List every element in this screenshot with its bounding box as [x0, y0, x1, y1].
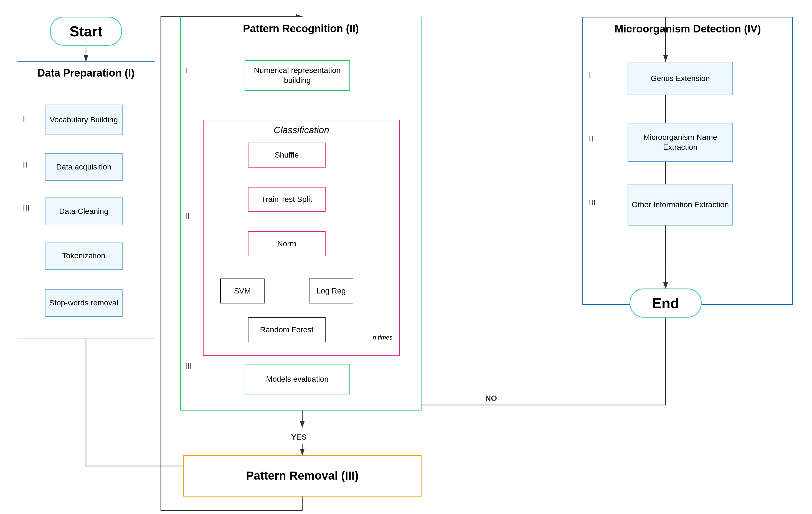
shuffle-box: Shuffle	[248, 143, 326, 168]
svm-box: SVM	[220, 279, 265, 304]
section2-step-I: I	[185, 66, 187, 75]
section4-step-I: I	[589, 70, 591, 80]
numerical-box: Numerical representation building	[244, 60, 350, 91]
data-acq-box: Data acquisition	[45, 153, 123, 181]
other-info-label: Other Information Extraction	[632, 200, 729, 210]
data-clean-label: Data Cleaning	[59, 206, 108, 217]
log-reg-label: Log Reg	[316, 286, 346, 296]
section1-title: Data Preparation (I)	[17, 67, 155, 79]
section2-step-III: III	[185, 361, 192, 371]
random-forest-label: Random Forest	[260, 325, 314, 335]
section1-step-I: I	[23, 114, 25, 124]
shuffle-label: Shuffle	[275, 150, 299, 160]
section2-step-II: II	[185, 211, 190, 221]
genus-label: Genus Extension	[650, 74, 710, 84]
section1-container: Data Preparation (I) I Vocabulary Buildi…	[17, 61, 155, 338]
section2-container: Pattern Recognition (II) I Numerical rep…	[180, 17, 422, 410]
train-test-label: Train Test Split	[261, 195, 312, 204]
svg-text:YES: YES	[291, 433, 307, 441]
classification-title: Classification	[204, 124, 399, 135]
data-clean-box: Data Cleaning	[45, 198, 123, 225]
micro-name-label: Microorganism Name Extraction	[628, 132, 732, 152]
section4-step-II: II	[589, 134, 593, 143]
diagram: YES NO Start Data Preparation (I) I Voca…	[0, 0, 812, 514]
other-info-box: Other Information Extraction	[628, 184, 733, 226]
tokenization-box: Tokenization	[45, 242, 123, 269]
models-eval-label: Models evaluation	[266, 374, 329, 384]
end-oval: End	[630, 288, 702, 318]
vocab-box: Vocabulary Building	[45, 105, 123, 135]
start-oval: Start	[50, 17, 122, 46]
genus-box: Genus Extension	[628, 62, 733, 95]
n-times-label: n times	[373, 334, 393, 341]
section2-title: Pattern Recognition (II)	[181, 23, 421, 35]
classification-container: Classification Shuffle Train Test Split …	[203, 120, 400, 355]
section1-step-II: II	[23, 160, 27, 170]
start-label: Start	[69, 23, 102, 40]
section3-container: Pattern Removal (III)	[183, 455, 422, 496]
svg-text:NO: NO	[485, 394, 497, 402]
norm-label: Norm	[277, 239, 296, 249]
section4-title: Microorganism Detection (IV)	[583, 23, 792, 35]
random-forest-box: Random Forest	[248, 317, 326, 342]
section4-container: Microorganism Detection (IV) I Genus Ext…	[582, 17, 793, 305]
section3-title: Pattern Removal (III)	[246, 469, 358, 482]
micro-name-box: Microorganism Name Extraction	[628, 123, 733, 162]
train-test-box: Train Test Split	[248, 187, 326, 212]
vocab-label: Vocabulary Building	[50, 115, 118, 125]
stopwords-box: Stop-words removal	[45, 289, 123, 317]
section4-step-III: III	[589, 198, 596, 207]
svm-label: SVM	[234, 286, 251, 296]
models-eval-box: Models evaluation	[244, 364, 350, 395]
norm-box: Norm	[248, 231, 326, 256]
stopwords-label: Stop-words removal	[49, 298, 118, 308]
tokenization-label: Tokenization	[62, 251, 106, 261]
numerical-label: Numerical representation building	[245, 65, 349, 86]
data-acq-label: Data acquisition	[56, 162, 111, 172]
log-reg-box: Log Reg	[309, 279, 353, 304]
end-label: End	[652, 295, 679, 312]
section1-step-III: III	[23, 203, 30, 212]
